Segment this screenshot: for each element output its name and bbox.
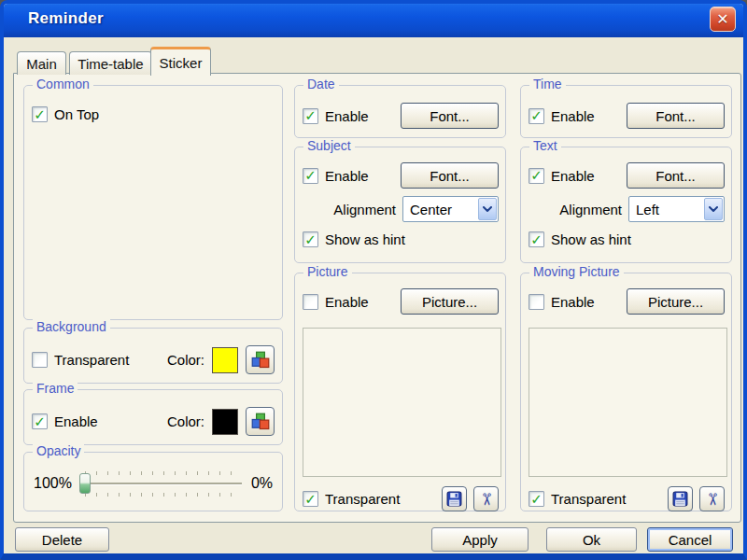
- picture-preview: [303, 328, 501, 477]
- group-title: Common: [33, 77, 93, 91]
- save-icon: [672, 491, 688, 507]
- group-date: Date ✓ Enable Font...: [294, 85, 506, 138]
- alignment-label: Alignment: [333, 202, 396, 217]
- moving-picture-cut-button[interactable]: ✂: [699, 486, 725, 511]
- chevron-down-icon: [704, 198, 723, 220]
- titlebar: Reminder ✕: [0, 0, 747, 37]
- checkbox-label: Enable: [551, 294, 595, 310]
- text-show-as-hint-checkbox[interactable]: ✓ Show as hint: [529, 231, 631, 247]
- picture-transparent-checkbox[interactable]: ✓ Transparent: [303, 491, 400, 507]
- checkmark-icon: ✓: [304, 232, 317, 246]
- moving-picture-save-button[interactable]: [668, 486, 693, 511]
- color-label: Color:: [167, 352, 204, 368]
- checkmark-icon: ✓: [304, 492, 317, 506]
- checkmark-icon: ✓: [34, 414, 46, 428]
- group-background: Background ✓ Transparent Color:: [23, 328, 283, 384]
- moving-picture-enable-checkbox[interactable]: ✓ Enable: [529, 294, 595, 310]
- group-opacity: Opacity 100% 0%: [23, 452, 283, 511]
- alignment-label: Alignment: [559, 202, 622, 217]
- subject-show-as-hint-checkbox[interactable]: ✓ Show as hint: [303, 231, 405, 247]
- group-title: Opacity: [33, 443, 84, 458]
- checkbox-box: ✓: [303, 491, 318, 507]
- group-title: Frame: [33, 381, 78, 396]
- background-transparent-checkbox[interactable]: ✓ Transparent: [32, 352, 129, 368]
- close-icon: ✕: [716, 12, 728, 27]
- save-icon: [446, 491, 462, 507]
- checkbox-box: ✓: [303, 108, 318, 124]
- picture-save-button[interactable]: [442, 486, 467, 511]
- tab-main[interactable]: Main: [17, 51, 66, 75]
- opacity-slider-thumb[interactable]: [79, 473, 91, 494]
- moving-picture-transparent-checkbox[interactable]: ✓ Transparent: [529, 491, 626, 507]
- checkbox-label: Enable: [325, 168, 369, 184]
- checkbox-label: Transparent: [551, 491, 626, 507]
- on-top-checkbox[interactable]: ✓ On Top: [32, 106, 99, 122]
- frame-color-picker-button[interactable]: [246, 407, 275, 436]
- picture-enable-checkbox[interactable]: ✓ Enable: [303, 294, 369, 310]
- close-button[interactable]: ✕: [710, 7, 736, 32]
- reminder-dialog: Reminder ✕ Main Time-table Sticker Commo…: [0, 0, 747, 560]
- frame-enable-checkbox[interactable]: ✓ Enable: [32, 413, 98, 429]
- group-title: Text: [529, 138, 561, 153]
- apply-button[interactable]: Apply: [431, 527, 529, 552]
- slider-ticks: [85, 493, 238, 497]
- group-title: Time: [529, 77, 566, 91]
- color-picker-icon: [251, 351, 270, 370]
- background-color-picker-button[interactable]: [246, 345, 275, 374]
- scissors-icon: ✂: [704, 492, 721, 506]
- delete-button[interactable]: Delete: [15, 527, 109, 552]
- text-enable-checkbox[interactable]: ✓ Enable: [529, 168, 595, 184]
- sticker-tab-panel: Common ✓ On Top Background ✓ Transparent…: [13, 73, 741, 523]
- checkbox-box: ✓: [529, 491, 544, 507]
- opacity-min-label: 0%: [251, 475, 273, 492]
- checkbox-label: Show as hint: [325, 231, 405, 247]
- date-font-button[interactable]: Font...: [401, 103, 499, 129]
- checkbox-box: ✓: [303, 294, 318, 310]
- subject-enable-checkbox[interactable]: ✓ Enable: [303, 168, 369, 184]
- group-title: Subject: [303, 138, 355, 153]
- checkbox-label: Enable: [551, 168, 595, 184]
- checkbox-box: ✓: [32, 106, 48, 122]
- color-picker-icon: [251, 413, 270, 431]
- checkmark-icon: ✓: [34, 107, 46, 121]
- checkbox-box: ✓: [529, 168, 544, 184]
- checkbox-label: Transparent: [54, 352, 129, 368]
- opacity-max-label: 100%: [34, 475, 72, 492]
- checkbox-label: Enable: [54, 413, 98, 429]
- subject-font-button[interactable]: Font...: [401, 162, 499, 189]
- group-title: Date: [303, 77, 339, 91]
- time-font-button[interactable]: Font...: [627, 103, 725, 129]
- checkbox-label: Enable: [551, 108, 595, 124]
- group-frame: Frame ✓ Enable Color:: [23, 389, 283, 445]
- checkmark-icon: ✓: [304, 108, 317, 122]
- picture-cut-button[interactable]: ✂: [473, 486, 499, 511]
- cancel-button[interactable]: Cancel: [647, 527, 733, 552]
- tab-time-table[interactable]: Time-table: [69, 51, 152, 75]
- moving-picture-preview: [529, 328, 727, 477]
- date-enable-checkbox[interactable]: ✓ Enable: [303, 108, 369, 124]
- checkbox-box: ✓: [529, 108, 544, 124]
- tab-sticker[interactable]: Sticker: [150, 47, 211, 76]
- group-title: Moving Picture: [529, 264, 624, 279]
- subject-alignment-select[interactable]: Center: [402, 196, 499, 222]
- time-enable-checkbox[interactable]: ✓ Enable: [529, 108, 595, 124]
- checkbox-box: ✓: [303, 168, 318, 184]
- text-alignment-select[interactable]: Left: [628, 196, 725, 222]
- checkmark-icon: ✓: [530, 168, 543, 182]
- picture-select-button[interactable]: Picture...: [401, 288, 499, 315]
- ok-button[interactable]: Ok: [546, 527, 637, 552]
- group-title: Picture: [303, 264, 352, 279]
- group-subject: Subject ✓ Enable Font... Alignment Cente…: [294, 147, 506, 263]
- checkbox-box: ✓: [303, 231, 318, 247]
- group-moving-picture: Moving Picture ✓ Enable Picture... ✓ Tra…: [520, 273, 732, 511]
- checkbox-label: Enable: [325, 294, 369, 310]
- checkmark-icon: ✓: [530, 232, 543, 246]
- text-font-button[interactable]: Font...: [627, 162, 725, 189]
- group-picture: Picture ✓ Enable Picture... ✓ Transparen…: [294, 273, 506, 511]
- checkbox-label: Show as hint: [551, 231, 631, 247]
- group-title: Background: [33, 319, 110, 334]
- checkbox-box: ✓: [529, 231, 544, 247]
- moving-picture-select-button[interactable]: Picture...: [627, 288, 725, 315]
- frame-color-swatch: [212, 409, 238, 435]
- opacity-slider[interactable]: [79, 468, 244, 499]
